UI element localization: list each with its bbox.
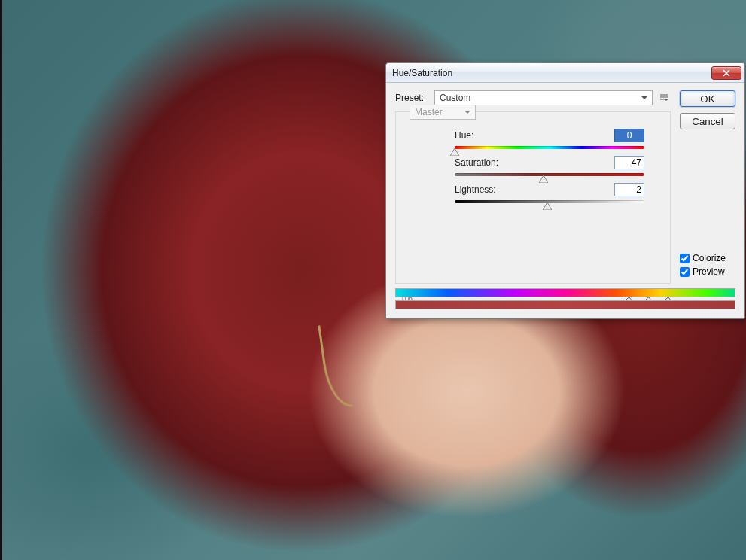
preset-menu-icon[interactable] <box>657 91 671 105</box>
close-icon <box>722 69 731 77</box>
channel-value: Master <box>415 107 443 117</box>
sat-slider-wrap <box>403 169 662 178</box>
hue-row: Hue: <box>455 129 644 142</box>
saturation-slider[interactable] <box>455 171 644 178</box>
hue-thumb[interactable] <box>450 148 459 156</box>
app-ruler-edge <box>0 0 2 560</box>
hue-slider[interactable] <box>455 144 644 151</box>
lightness-label: Lightness: <box>455 184 607 195</box>
lightness-input[interactable] <box>614 183 644 196</box>
hue-slider-wrap <box>403 142 662 151</box>
saturation-track <box>455 173 644 176</box>
dialog-title: Hue/Saturation <box>392 68 452 78</box>
colorize-label: Colorize <box>693 253 726 263</box>
preview-checkbox[interactable] <box>680 267 690 277</box>
preset-row: Preset: Custom <box>395 90 671 105</box>
cancel-button[interactable]: Cancel <box>680 113 735 129</box>
adjust-group: Master Hue: <box>395 111 671 284</box>
dialog-body: Preset: Custom Master Hue: <box>386 83 744 318</box>
param-rows2: Saturation: <box>403 156 662 169</box>
checks-group: Colorize Preview <box>680 253 735 277</box>
light-slider-wrap <box>403 196 662 205</box>
preset-label: Preset: <box>395 93 430 103</box>
channel-select[interactable]: Master <box>410 105 476 120</box>
hue-label: Hue: <box>455 130 607 141</box>
close-button[interactable] <box>711 66 741 80</box>
lightness-row: Lightness: <box>455 183 644 196</box>
hue-saturation-dialog: Hue/Saturation Preset: Custom Master <box>385 62 745 319</box>
spectrum-bars <box>395 288 735 311</box>
colorize-checkbox[interactable] <box>680 254 690 263</box>
param-rows: Hue: <box>403 129 662 142</box>
spectrum-output-bar[interactable] <box>395 300 735 309</box>
saturation-input[interactable] <box>614 156 644 169</box>
saturation-thumb[interactable] <box>539 175 548 183</box>
lightness-slider[interactable] <box>455 198 644 205</box>
lightness-thumb[interactable] <box>543 202 552 210</box>
saturation-row: Saturation: <box>455 156 644 169</box>
preset-value: Custom <box>440 93 470 103</box>
left-column: Preset: Custom Master Hue: <box>395 90 671 309</box>
hue-track <box>455 146 644 149</box>
colorize-check-row[interactable]: Colorize <box>680 253 735 263</box>
hue-input[interactable] <box>614 129 644 142</box>
dialog-titlebar[interactable]: Hue/Saturation <box>386 63 744 83</box>
saturation-label: Saturation: <box>455 157 607 168</box>
preset-select[interactable]: Custom <box>434 90 653 105</box>
preview-check-row[interactable]: Preview <box>680 266 735 277</box>
ok-button[interactable]: OK <box>680 90 735 107</box>
preview-label: Preview <box>693 266 725 277</box>
right-column: OK Cancel Colorize Preview <box>680 90 735 309</box>
spectrum-input-bar[interactable] <box>395 288 735 297</box>
param-rows3: Lightness: <box>403 183 662 196</box>
